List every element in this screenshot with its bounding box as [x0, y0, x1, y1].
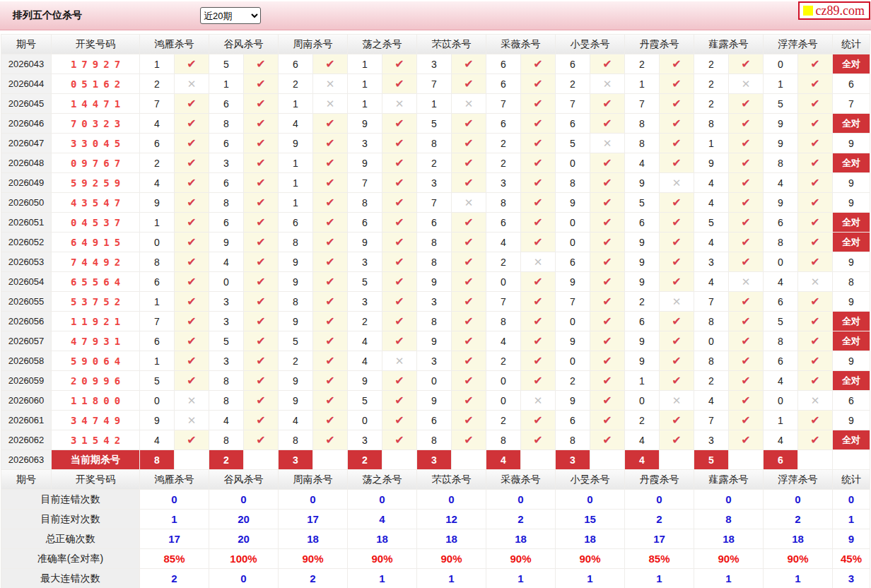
kill-digit: 0 — [140, 233, 174, 252]
check-icon: ✔ — [660, 233, 694, 252]
kill-digit: 8 — [140, 252, 174, 271]
kill-digit: 2 — [694, 54, 728, 74]
kill-digit: 9 — [625, 331, 659, 351]
check-icon: ✔ — [452, 54, 486, 74]
check-icon: ✔ — [798, 371, 832, 390]
kill-digit: 6 — [279, 213, 312, 232]
kill-digit: 5 — [694, 213, 728, 232]
check-icon: ✔ — [660, 213, 694, 232]
summary-label: 目前连对次数 — [1, 510, 139, 529]
kill-digit: 4 — [694, 173, 728, 192]
period-cell: 2026063 — [1, 450, 51, 469]
kill-digit: 8 — [209, 114, 243, 133]
summary-label: 目前连错次数 — [1, 490, 139, 509]
kill-digit: 8 — [486, 312, 520, 331]
check-icon: ✔ — [729, 292, 763, 311]
kill-digit: 9 — [209, 233, 243, 252]
kill-digit: 6 — [556, 252, 590, 271]
check-icon: ✔ — [175, 153, 209, 172]
check-icon: ✔ — [244, 411, 278, 430]
winning-number: 11921 — [52, 312, 139, 331]
check-icon: ✔ — [452, 153, 486, 172]
check-icon: ✔ — [313, 272, 347, 291]
check-icon: ✔ — [313, 252, 347, 271]
kill-digit: 9 — [279, 272, 312, 291]
column-header-expert-2: 周南杀号 — [279, 35, 347, 54]
summary-value: 17 — [625, 529, 694, 548]
winning-number: 33045 — [52, 134, 139, 153]
summary-value: 20 — [209, 510, 278, 529]
check-icon: ✔ — [660, 114, 694, 133]
summary-value: 85% — [625, 549, 694, 568]
winning-number: 11800 — [52, 391, 139, 410]
period-cell: 2026056 — [1, 312, 51, 331]
check-icon: ✔ — [244, 331, 278, 351]
cross-icon: ✕ — [313, 94, 347, 113]
summary-value: 12 — [417, 510, 486, 529]
kill-digit: 9 — [140, 411, 174, 430]
winning-number: 09767 — [52, 153, 139, 172]
check-icon: ✔ — [313, 193, 347, 212]
logo-text: cz89.com — [816, 4, 865, 17]
top-bar: 排列五个位杀号 近20期 cz89.com — [0, 1, 871, 30]
kill-digit: 4 — [348, 351, 382, 370]
kill-digit: 3 — [209, 312, 243, 331]
kill-digit: 1 — [279, 94, 312, 113]
check-icon: ✔ — [382, 233, 416, 252]
summary-value: 45% — [833, 549, 870, 568]
kill-digit: 5 — [764, 312, 797, 331]
check-icon: ✔ — [590, 173, 624, 192]
check-icon: ✔ — [382, 173, 416, 192]
kill-digit: 0 — [486, 371, 520, 390]
period-range-select[interactable]: 近20期 — [200, 7, 261, 24]
winning-number: 74492 — [52, 252, 139, 271]
check-icon: ✔ — [798, 292, 832, 311]
kill-digit: 2 — [279, 351, 312, 370]
summary-row: 目前连对次数120174122152821 — [1, 510, 870, 529]
kill-digit: 8 — [209, 391, 243, 410]
check-icon: ✔ — [313, 213, 347, 232]
check-icon: ✔ — [798, 94, 832, 113]
kill-digit: 7 — [694, 411, 728, 430]
summary-value: 18 — [764, 529, 832, 548]
winning-number: 64915 — [52, 233, 139, 252]
kill-digit: 5 — [209, 54, 243, 74]
kill-digit: 8 — [625, 114, 659, 133]
summary-value: 18 — [348, 529, 416, 548]
cross-icon: ✕ — [382, 351, 416, 370]
kill-digit: 4 — [764, 430, 797, 449]
cross-icon: ✕ — [175, 74, 209, 93]
check-icon: ✔ — [313, 54, 347, 74]
period-cell: 2026057 — [1, 331, 51, 351]
winning-number: 04537 — [52, 213, 139, 232]
current-kill-digit: 4 — [486, 450, 520, 469]
kill-digit: 9 — [764, 193, 797, 212]
stat-all-correct-badge: 全对 — [833, 153, 870, 172]
summary-label: 最大连错次数 — [1, 569, 139, 588]
check-icon: ✔ — [729, 312, 763, 331]
kill-digit: 4 — [486, 331, 520, 351]
check-icon: ✔ — [798, 54, 832, 74]
stat-count-cell: 9 — [833, 134, 870, 153]
check-icon: ✔ — [313, 312, 347, 331]
kill-digit: 4 — [209, 252, 243, 271]
empty-mark-cell — [452, 450, 486, 469]
check-icon: ✔ — [521, 134, 555, 153]
stat-all-correct-badge: 全对 — [833, 233, 870, 252]
check-icon: ✔ — [660, 272, 694, 291]
check-icon: ✔ — [382, 193, 416, 212]
empty-mark-cell — [244, 450, 278, 469]
summary-row: 最大连错次数20211111113 — [1, 569, 870, 588]
kill-digit: 5 — [348, 391, 382, 410]
period-cell: 2026053 — [1, 252, 51, 271]
winning-number: 05162 — [52, 74, 139, 93]
summary-value: 0 — [833, 490, 870, 509]
kill-digit: 9 — [625, 351, 659, 370]
check-icon: ✔ — [175, 173, 209, 192]
kill-digit: 3 — [417, 173, 451, 192]
current-kill-digit: 5 — [694, 450, 728, 469]
kill-digit: 3 — [694, 430, 728, 449]
table-row: 2026052649150✔9✔8✔9✔8✔4✔0✔9✔4✔8✔全对 — [1, 233, 870, 252]
kill-digit: 9 — [764, 134, 797, 153]
check-icon: ✔ — [244, 312, 278, 331]
